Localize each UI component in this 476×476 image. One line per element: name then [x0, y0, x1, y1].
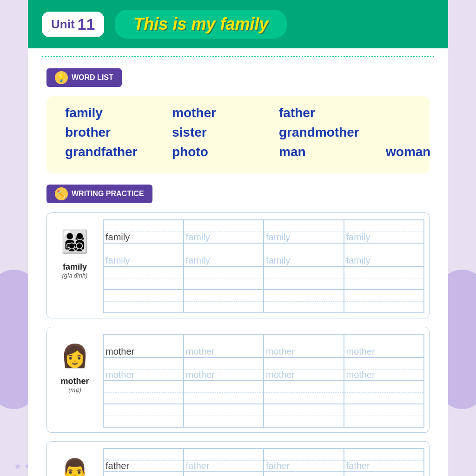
grid-cell[interactable] [264, 290, 344, 313]
page-content: Unit 11 This is my family 💡 WORD LIST fa… [28, 0, 448, 476]
grid-cell[interactable] [184, 404, 264, 427]
grid-cell[interactable] [264, 266, 344, 290]
word-list-box: family mother father brother sister gran… [46, 96, 430, 173]
grid-cell[interactable] [344, 381, 424, 404]
grid-cell: family [103, 243, 184, 266]
grid-cell[interactable] [264, 381, 344, 404]
grid-cell: mother [344, 334, 424, 357]
grid-cell: family [103, 220, 184, 243]
word-grandmother: grandmother [279, 125, 363, 140]
word-father: father [279, 106, 363, 120]
word-brother: brother [65, 125, 149, 140]
family-translation: (gia đình) [62, 272, 88, 279]
grid-cell[interactable] [344, 290, 424, 313]
family-word-label: family [63, 262, 87, 272]
grid-cell[interactable] [103, 290, 184, 313]
writing-practice-label: ✏️ WRITING PRACTICE [46, 185, 152, 203]
grid-cell[interactable] [264, 404, 344, 427]
grid-cell[interactable] [103, 381, 184, 404]
word-family: family [65, 106, 149, 120]
word-mother: mother [172, 106, 256, 120]
mother-word-label: mother [60, 377, 89, 386]
father-image-area: 👨 father (bố) [52, 448, 98, 476]
father-icon: 👨 [56, 452, 93, 476]
grid-cell: family [344, 243, 424, 266]
word-woman: woman [386, 145, 469, 159]
grid-cell: family [184, 220, 264, 243]
practice-card-mother: 👩 mother (mẹ) mother mother mother mothe… [46, 327, 430, 433]
lightbulb-icon: 💡 [55, 71, 68, 84]
grid-cell: father [103, 472, 184, 476]
family-image-area: 👨‍👩‍👧‍👦 family (gia đình) [52, 219, 98, 279]
header-title-wrap: This is my family [113, 8, 288, 40]
unit-number: 11 [78, 15, 95, 33]
word-row-2: brother sister grandmother [65, 125, 411, 140]
grid-cell[interactable] [184, 266, 264, 290]
grid-cell: father [264, 449, 344, 472]
header-title: This is my family [133, 14, 268, 33]
pencil-icon: ✏️ [55, 187, 68, 200]
grid-cell[interactable] [103, 266, 184, 290]
grid-cell[interactable] [184, 290, 264, 313]
grid-cell: mother [264, 357, 344, 381]
word-row-3: grandfather photo man woman [65, 145, 411, 159]
grid-cell[interactable] [344, 404, 424, 427]
mother-image-area: 👩 mother (mẹ) [52, 334, 98, 393]
mother-translation: (mẹ) [68, 386, 81, 393]
grid-cell: family [264, 220, 344, 243]
family-writing-grid: family family family family family famil… [103, 219, 424, 313]
grid-cell: father [184, 472, 264, 476]
dotted-separator [42, 56, 434, 57]
grid-cell: mother [103, 334, 184, 357]
grid-cell[interactable] [184, 381, 264, 404]
mother-icon: 👩 [56, 337, 93, 375]
grid-cell: mother [264, 334, 344, 357]
grid-cell: mother [184, 357, 264, 381]
word-grandfather: grandfather [65, 145, 149, 159]
grid-cell: father [184, 449, 264, 472]
grid-cell: father [264, 472, 344, 476]
grid-cell: mother [103, 357, 184, 381]
unit-badge: Unit 11 [42, 12, 104, 37]
grid-cell: mother [184, 334, 264, 357]
writing-section: 👨‍👩‍👧‍👦 family (gia đình) family family … [46, 212, 430, 476]
unit-label: Unit [51, 17, 75, 32]
grid-cell: father [344, 472, 424, 476]
father-writing-grid: father father father father father fathe… [103, 448, 424, 476]
grid-cell: father [344, 449, 424, 472]
practice-card-father: 👨 father (bố) father father father fathe… [46, 441, 430, 476]
grid-cell: mother [344, 357, 424, 381]
word-row-1: family mother father [65, 106, 411, 120]
mother-writing-grid: mother mother mother mother mother mothe… [103, 334, 424, 428]
family-icon: 👨‍👩‍👧‍👦 [56, 223, 93, 260]
word-list-label: 💡 WORD LIST [46, 68, 122, 87]
page-header: Unit 11 This is my family [28, 0, 448, 48]
practice-card-family: 👨‍👩‍👧‍👦 family (gia đình) family family … [46, 212, 430, 318]
grid-cell: family [344, 220, 424, 243]
grid-cell[interactable] [103, 404, 184, 427]
word-sister: sister [172, 125, 256, 140]
word-man: man [279, 145, 363, 159]
word-photo: photo [172, 145, 256, 159]
grid-cell[interactable] [344, 266, 424, 290]
grid-cell: family [264, 243, 344, 266]
grid-cell: family [184, 243, 264, 266]
grid-cell: father [103, 449, 184, 472]
